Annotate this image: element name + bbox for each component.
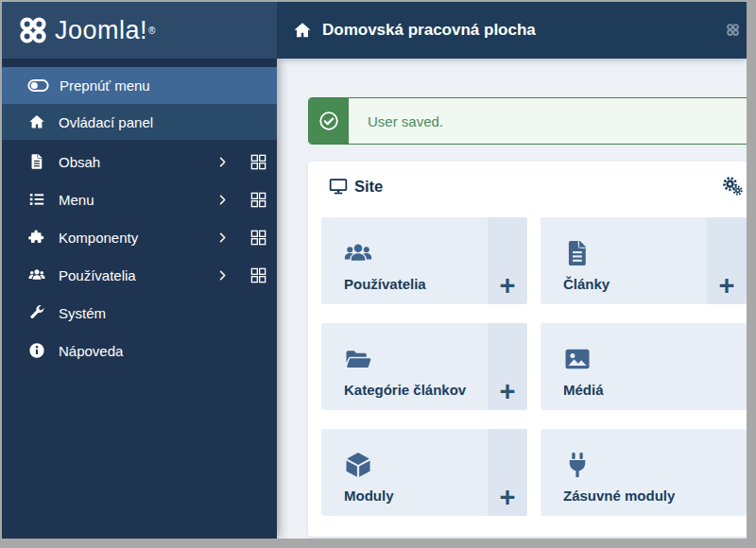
chevron-right-icon[interactable] <box>216 231 229 244</box>
sidebar-item-label: Nápoveda <box>59 343 267 359</box>
grid-shortcut-icon[interactable] <box>249 229 267 247</box>
joomla-mini-icon[interactable] <box>726 23 740 37</box>
plus-icon: + <box>500 272 516 299</box>
quick-card-body[interactable]: Používatelia <box>321 217 488 304</box>
quick-card-body[interactable]: Zásuvné moduly <box>541 429 747 516</box>
quick-card-body[interactable]: Moduly <box>321 429 488 516</box>
quick-link-card[interactable]: Kategórie článkov + <box>321 323 527 410</box>
plus-icon: + <box>500 378 516 404</box>
grid-shortcut-icon[interactable] <box>249 266 267 284</box>
sidebar-menu-item[interactable]: Systém <box>2 294 277 332</box>
add-new-button[interactable]: + <box>488 323 527 410</box>
check-circle-icon <box>318 111 339 131</box>
quick-card-body[interactable]: Médiá <box>541 323 747 410</box>
chevron-right-icon[interactable] <box>216 269 229 282</box>
site-panel: Site Používatelia + <box>308 162 747 537</box>
chevron-right-icon[interactable] <box>216 194 229 206</box>
quick-card-body[interactable]: Kategórie článkov <box>321 323 488 410</box>
monitor-icon <box>329 177 348 196</box>
sidebar-toggle-label: Prepnúť menu <box>60 77 150 94</box>
sidebar-menu-item[interactable]: Nápoveda <box>2 332 277 369</box>
chevron-right-icon[interactable] <box>216 156 229 168</box>
toggle-icon <box>27 75 49 96</box>
sidebar-menu-item[interactable]: Komponenty <box>2 218 277 256</box>
page-title: Domovská pracovná plocha <box>322 21 536 40</box>
quick-card-label: Používatelia <box>344 276 488 292</box>
sidebar-menu-item[interactable]: Používatelia <box>2 256 277 294</box>
wrench-icon <box>28 304 45 321</box>
folder-open-icon <box>344 345 372 373</box>
sidebar-item-label: Používatelia <box>59 267 216 283</box>
joomla-logo[interactable]: Joomla!® <box>2 2 277 59</box>
quick-card-label: Články <box>563 276 707 292</box>
site-panel-title: Site <box>354 178 383 196</box>
quick-link-card[interactable]: Používatelia + <box>321 217 527 304</box>
alert-icon-block <box>309 98 349 144</box>
home-icon <box>293 21 312 40</box>
sidebar-item-label: Komponenty <box>59 230 216 246</box>
image-icon <box>563 345 592 373</box>
sidebar: Prepnúť menu Ovládací panel Obsah <box>2 59 277 539</box>
alert-message: User saved. <box>349 98 443 144</box>
list-icon <box>28 191 45 208</box>
plus-icon: + <box>719 272 735 299</box>
app-header: Joomla!® Domovská pracovná plocha <box>2 2 747 59</box>
grid-shortcut-icon[interactable] <box>249 191 267 209</box>
cube-icon <box>344 451 372 479</box>
add-new-button[interactable]: + <box>707 217 747 304</box>
sidebar-menu: Ovládací panel Obsah Menu <box>2 104 277 369</box>
plug-icon <box>563 451 592 479</box>
success-alert: User saved. <box>308 97 747 145</box>
users-icon <box>28 266 45 283</box>
add-new-button[interactable]: + <box>488 429 527 516</box>
top-bar: Domovská pracovná plocha <box>277 2 747 59</box>
sidebar-menu-item[interactable]: Obsah <box>2 143 277 180</box>
main-content: User saved. Site Používatelia + <box>277 59 747 539</box>
sidebar-item-label: Menu <box>59 192 216 208</box>
sidebar-menu-item[interactable]: Menu <box>2 180 277 218</box>
quick-card-label: Kategórie článkov <box>344 382 488 398</box>
file-icon <box>28 153 45 170</box>
registered-mark: ® <box>148 26 155 36</box>
joomla-logo-mark-icon <box>18 15 48 45</box>
add-new-button[interactable]: + <box>488 217 527 304</box>
grid-shortcut-icon[interactable] <box>249 153 267 171</box>
sidebar-toggle-menu[interactable]: Prepnúť menu <box>2 67 277 104</box>
quick-card-label: Médiá <box>563 382 747 398</box>
quick-card-label: Zásuvné moduly <box>563 488 747 504</box>
site-panel-header: Site <box>321 175 743 197</box>
sidebar-item-label: Systém <box>59 305 267 321</box>
home-icon <box>28 113 45 130</box>
sidebar-menu-item[interactable]: Ovládací panel <box>2 104 277 140</box>
puzzle-icon <box>28 229 45 246</box>
quick-card-grid: Používatelia + Články + <box>321 217 743 516</box>
quick-card-label: Moduly <box>344 488 488 504</box>
sidebar-item-label: Ovládací panel <box>59 114 267 130</box>
quick-link-card[interactable]: Články + <box>541 217 747 304</box>
users-icon <box>344 239 372 267</box>
info-icon <box>28 342 45 359</box>
joomla-logo-text: Joomla! <box>55 16 147 45</box>
sidebar-item-label: Obsah <box>59 154 216 170</box>
quick-link-card[interactable]: Moduly + <box>321 429 527 516</box>
quick-link-card[interactable]: Zásuvné moduly <box>541 429 747 516</box>
file-icon <box>563 239 592 267</box>
plus-icon: + <box>500 484 516 510</box>
quick-card-body[interactable]: Články <box>541 217 707 304</box>
app-window: Joomla!® Domovská pracovná plocha Prepnú… <box>2 2 747 539</box>
quick-link-card[interactable]: Médiá <box>541 323 747 410</box>
settings-cogs-icon[interactable] <box>722 176 743 197</box>
